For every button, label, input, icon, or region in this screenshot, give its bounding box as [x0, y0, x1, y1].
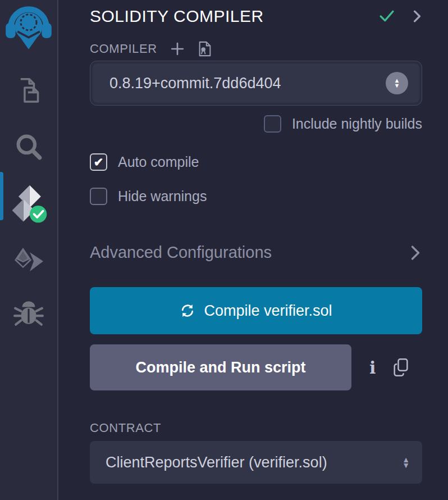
compiler-section-label: COMPILER [90, 42, 157, 56]
advanced-configurations-toggle[interactable]: Advanced Configurations [90, 243, 422, 262]
hide-warnings-checkbox[interactable] [90, 188, 107, 205]
refresh-icon [180, 303, 195, 319]
file-explorer-icon [14, 76, 43, 106]
arrow-down-icon: ▼ [402, 462, 410, 469]
hide-warnings-row: Hide warnings [90, 188, 422, 205]
compiler-label-row: COMPILER [90, 41, 422, 57]
include-nightly-row: Include nightly builds [90, 115, 422, 133]
advanced-configurations-label: Advanced Configurations [90, 243, 272, 262]
search-icon [13, 131, 44, 162]
hide-warnings-label[interactable]: Hide warnings [118, 188, 207, 204]
debugger-icon [13, 299, 44, 328]
contract-select-arrows-icon: ▲ ▼ [402, 457, 410, 469]
deploy-and-run-icon [12, 246, 45, 276]
sidebar-item-solidity-compiler[interactable] [7, 183, 50, 227]
sidebar-item-search[interactable] [13, 131, 44, 162]
icon-sidebar [0, 0, 58, 500]
compiler-version-select[interactable]: 0.8.19+commit.7dd6d404 ▲ ▼ [93, 63, 419, 103]
auto-compile-checkbox[interactable]: ✔ [90, 153, 107, 171]
version-select-toggle-icon[interactable]: ▲ ▼ [386, 72, 408, 94]
arrow-down-icon: ▼ [394, 83, 400, 88]
advanced-chevron-right-icon [411, 246, 420, 260]
remix-logo-icon [5, 3, 52, 51]
compile-success-badge [30, 206, 47, 222]
panel-chevron-right-icon[interactable] [413, 10, 421, 22]
solidity-compiler-icon [7, 183, 50, 227]
sidebar-item-debugger[interactable] [13, 299, 44, 328]
include-nightly-label[interactable]: Include nightly builds [292, 116, 422, 132]
remix-logo[interactable] [5, 3, 52, 51]
info-icon[interactable]: i [369, 358, 376, 378]
copy-icon[interactable] [392, 358, 409, 377]
compiled-check-icon [380, 10, 394, 23]
checkmark-icon: ✔ [94, 156, 104, 168]
contract-select-value: ClientReportsVerifier (verifier.sol) [106, 454, 327, 471]
sidebar-item-deploy-and-run[interactable] [12, 246, 45, 276]
auto-compile-label[interactable]: Auto compile [118, 154, 199, 170]
compiler-version-value: 0.8.19+commit.7dd6d404 [109, 75, 281, 92]
compile-and-run-button[interactable]: Compile and Run script [90, 344, 351, 390]
panel-title: SOLIDITY COMPILER [90, 7, 264, 26]
remix-window: SOLIDITY COMPILER COMPILER [0, 0, 448, 500]
compile-button[interactable]: Compile verifier.sol [90, 287, 422, 334]
compile-button-label: Compile verifier.sol [204, 302, 332, 320]
sidebar-item-file-explorer[interactable] [14, 76, 43, 106]
include-nightly-checkbox[interactable] [264, 115, 281, 133]
contract-select[interactable]: ClientReportsVerifier (verifier.sol) ▲ ▼ [90, 441, 422, 484]
auto-compile-row: ✔ Auto compile [90, 153, 422, 171]
panel-titlebar: SOLIDITY COMPILER [90, 7, 422, 26]
contract-section-label: CONTRACT [90, 421, 422, 435]
compiler-version-select-wrapper: 0.8.19+commit.7dd6d404 ▲ ▼ [90, 61, 422, 106]
compile-and-run-row: Compile and Run script i [90, 344, 422, 390]
add-compiler-icon[interactable] [171, 42, 184, 56]
solidity-compiler-panel: SOLIDITY COMPILER COMPILER [58, 0, 448, 500]
compiler-license-file-icon[interactable] [198, 41, 212, 57]
active-plugin-indicator [0, 172, 3, 220]
